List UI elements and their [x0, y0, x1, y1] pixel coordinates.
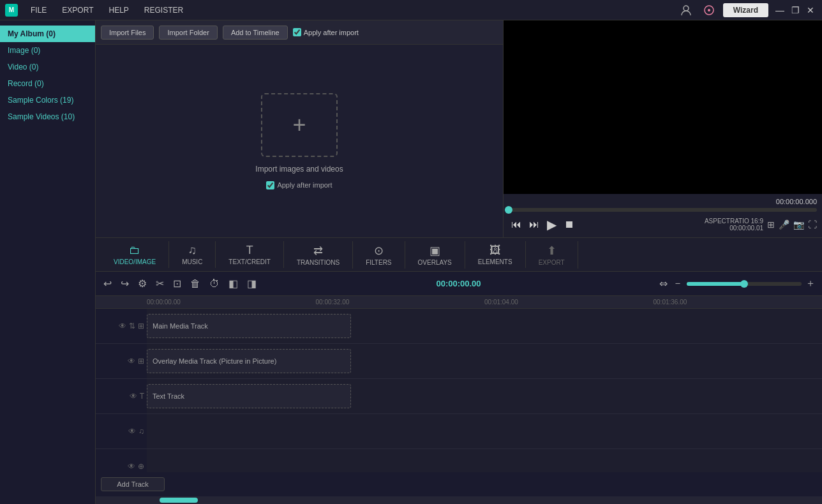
track-eye-main[interactable]: 👁 [119, 322, 126, 330]
media-toolbar: Import Files Import Folder Add to Timeli… [96, 20, 503, 45]
menu-file[interactable]: FILE [28, 4, 49, 16]
import-folder-button[interactable]: Import Folder [159, 26, 217, 40]
expand-button[interactable]: ⛶ [808, 219, 817, 230]
toolbar-section: 🗀 VIDEO/IMAGE ♫ MUSIC T TEXT/CREDIT ⇄ TR… [96, 237, 822, 272]
sidebar-item-myalbum[interactable]: My Album (0) [0, 26, 95, 42]
progress-bar[interactable] [509, 208, 817, 212]
add-to-timeline-button[interactable]: Add to Timeline [223, 26, 288, 40]
text-track-clip[interactable]: Text Track [147, 384, 351, 408]
import-files-button[interactable]: Import Files [101, 26, 154, 40]
zoom-out-button[interactable]: － [671, 277, 684, 290]
apply-after-checkbox[interactable] [293, 28, 301, 36]
ruler-mark-2: 00:01:04.00 [484, 299, 654, 306]
undo-button[interactable]: ↩ [101, 276, 114, 291]
preview-controls: 00:00:00.000 ⏮ ⏭ ▶ ⏹ [504, 194, 822, 237]
track-add-music[interactable]: ♫ [138, 427, 144, 436]
import-check-label[interactable]: Apply after import [266, 181, 332, 189]
export-icon: ⬆ [547, 244, 557, 258]
track-swap-main[interactable]: ⇅ [129, 322, 135, 330]
split-right-button[interactable]: ◨ [244, 276, 259, 291]
main-media-track-body[interactable]: Main Media Track [147, 309, 822, 343]
music-tab-icon: ♫ [188, 244, 197, 257]
import-area: + Import images and videos Apply after i… [96, 45, 503, 237]
tab-filters[interactable]: ⊙ FILTERS [353, 241, 405, 269]
overlay-media-clip[interactable]: Overlay Media Track (Picture in Picture) [147, 349, 351, 373]
split-left-button[interactable]: ◧ [226, 276, 241, 291]
music-track-body[interactable] [147, 414, 822, 448]
svg-point-0 [684, 6, 689, 11]
track-eye-sticker[interactable]: 👁 [128, 462, 135, 471]
transport-row: ⏮ ⏭ ▶ ⏹ ASPECTRATIO 16:9 00:00:00.01 ⊞ 🎤 [509, 216, 817, 233]
fullscreen-preview-button[interactable]: ⊞ [767, 219, 775, 230]
user-icon[interactable] [677, 1, 695, 19]
zoom-in-button[interactable]: ＋ [804, 277, 817, 290]
main-media-clip[interactable]: Main Media Track [147, 314, 351, 338]
history-button[interactable]: ⏱ [207, 277, 222, 291]
apply-after-label[interactable]: Apply after import [293, 28, 359, 36]
import-apply-checkbox[interactable] [266, 181, 274, 189]
zoom-fill [687, 282, 744, 286]
sticker-track-body[interactable] [147, 449, 822, 472]
tab-transitions[interactable]: ⇄ TRANSITIONS [284, 241, 353, 269]
sidebar-item-image[interactable]: Image (0) [0, 42, 95, 59]
track-eye-overlay[interactable]: 👁 [128, 357, 135, 366]
text-track-body[interactable]: Text Track [147, 379, 822, 413]
tab-overlays[interactable]: ▣ OVERLAYS [405, 241, 465, 269]
sidebar-item-samplevideos[interactable]: Sample Videos (10) [0, 108, 95, 125]
add-track-button[interactable]: Add Track [101, 477, 165, 491]
progress-thumb[interactable] [505, 206, 512, 214]
track-eye-text[interactable]: 👁 [130, 392, 137, 401]
aspect-ratio-info: ASPECTRATIO 16:9 00:00:00.01 [705, 218, 763, 232]
tab-music[interactable]: ♫ MUSIC [169, 241, 216, 268]
time-display: 00:00:00.000 [509, 198, 817, 205]
table-row: 👁 ♫ [96, 414, 822, 449]
zoom-fit-button[interactable]: ⇔ [658, 278, 669, 290]
sidebar-item-record[interactable]: Record (0) [0, 75, 95, 92]
redo-button[interactable]: ↪ [118, 276, 131, 291]
tab-textcredit[interactable]: T TEXT/CREDIT [216, 241, 284, 268]
preview-panel: 00:00:00.000 ⏮ ⏭ ▶ ⏹ [503, 20, 822, 237]
track-add-text[interactable]: T [140, 392, 144, 401]
overlay-track-body[interactable]: Overlay Media Track (Picture in Picture) [147, 344, 822, 378]
skip-back-button[interactable]: ⏮ [509, 218, 524, 232]
menu-register[interactable]: REGISTER [142, 4, 186, 16]
track-eye-music[interactable]: 👁 [128, 427, 136, 436]
cut-button[interactable]: ✂ [153, 276, 167, 291]
tab-videoimage[interactable]: 🗀 VIDEO/IMAGE [101, 241, 169, 268]
ruler-mark-1: 00:00:32.00 [316, 299, 485, 306]
menu-help[interactable]: HELP [106, 4, 131, 16]
track-controls-main: 👁 ⇅ ⊞ [96, 322, 147, 330]
track-add-sticker[interactable]: ⊕ [138, 462, 144, 471]
music-icon[interactable] [700, 1, 718, 19]
tab-export[interactable]: ⬆ EXPORT [526, 241, 578, 269]
timeline-scrollbar[interactable] [96, 496, 822, 504]
minimize-button[interactable]: — [773, 4, 786, 17]
restore-button[interactable]: ❐ [789, 4, 802, 17]
tab-elements[interactable]: 🖼 ELEMENTS [465, 241, 526, 268]
scroll-thumb[interactable] [160, 498, 198, 503]
sidebar-item-samplecolors[interactable]: Sample Colors (19) [0, 92, 95, 108]
zoom-slider[interactable] [687, 282, 802, 286]
settings-button[interactable]: ⚙ [135, 276, 149, 291]
play-button[interactable]: ▶ [544, 216, 559, 233]
mic-button[interactable]: 🎤 [779, 219, 789, 230]
wizard-button[interactable]: Wizard [723, 3, 768, 17]
track-controls-music: 👁 ♫ [96, 427, 147, 436]
sidebar-item-video[interactable]: Video (0) [0, 59, 95, 75]
menu-export[interactable]: EXPORT [59, 4, 96, 16]
timeline-section: 00:00:00.00 00:00:32.00 00:01:04.00 00:0… [96, 296, 822, 504]
sidebar: My Album (0) Image (0) Video (0) Record … [0, 20, 96, 504]
step-back-button[interactable]: ⏭ [527, 218, 542, 232]
zoom-thumb[interactable] [740, 280, 748, 288]
import-drop-zone[interactable]: + [261, 93, 338, 157]
snapshot-button[interactable]: 📷 [793, 219, 804, 230]
delete-button[interactable]: 🗑 [188, 277, 203, 291]
stop-button[interactable]: ⏹ [562, 218, 577, 232]
track-add-overlay[interactable]: ⊞ [138, 357, 144, 366]
clip-button[interactable]: ⊡ [170, 276, 184, 291]
close-button[interactable]: ✕ [804, 4, 817, 17]
track-controls-sticker: 👁 ⊕ [96, 462, 147, 471]
track-add-main[interactable]: ⊞ [138, 322, 144, 330]
media-browser: Import Files Import Folder Add to Timeli… [96, 20, 503, 237]
videoimage-icon: 🗀 [129, 244, 140, 257]
